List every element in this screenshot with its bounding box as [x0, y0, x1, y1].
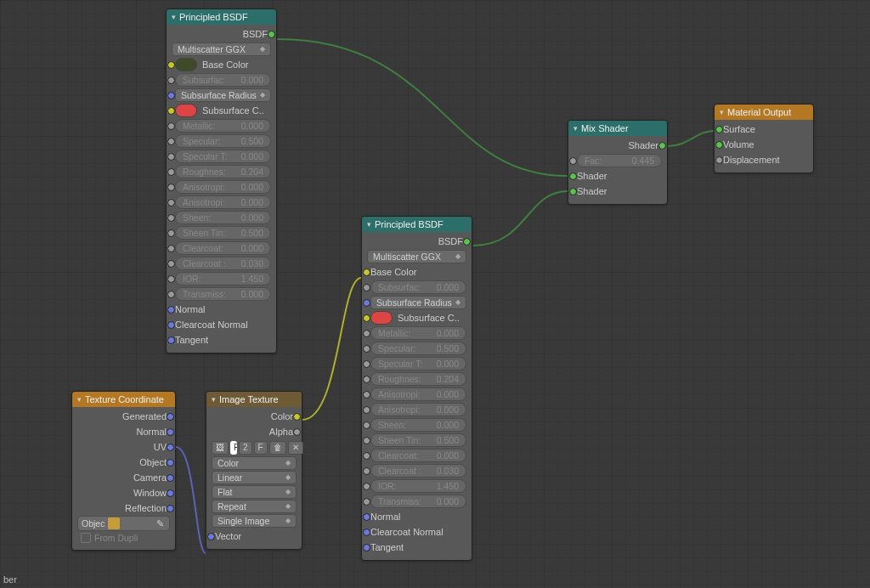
- socket-input[interactable]: [363, 483, 370, 490]
- input-row[interactable]: Subsurface C..: [367, 310, 466, 325]
- collapse-icon[interactable]: ▾: [720, 108, 724, 116]
- socket-input[interactable]: [167, 199, 175, 206]
- socket-input[interactable]: [363, 529, 370, 536]
- socket-input[interactable]: [167, 168, 175, 176]
- input-row[interactable]: Subsurface Radius◆: [172, 88, 271, 103]
- socket-input[interactable]: [167, 291, 175, 298]
- socket-displacement-in[interactable]: [715, 156, 723, 164]
- input-row[interactable]: Normal: [172, 302, 271, 317]
- value-slider[interactable]: Transmiss:0.000: [175, 287, 271, 301]
- value-slider[interactable]: Metallic:0.000: [370, 326, 466, 340]
- socket-shader2-in[interactable]: [569, 188, 577, 195]
- socket-input[interactable]: [363, 437, 370, 444]
- socket-input[interactable]: [363, 314, 370, 322]
- input-row[interactable]: Sheen Tin:0.500: [367, 433, 466, 448]
- socket-vector-out[interactable]: [167, 474, 174, 482]
- value-slider[interactable]: Anisotropi:0.000: [370, 387, 466, 401]
- value-slider[interactable]: Anisotropi:0.000: [370, 403, 466, 416]
- image-fake-user[interactable]: F: [254, 441, 268, 455]
- socket-input[interactable]: [167, 153, 175, 161]
- value-slider[interactable]: Roughnes:0.204: [370, 372, 466, 386]
- value-slider[interactable]: IOR:1.450: [370, 479, 466, 493]
- input-row[interactable]: Normal: [367, 509, 466, 524]
- value-slider[interactable]: Subsurfac:0.000: [175, 73, 271, 87]
- value-slider[interactable]: Specular T:0.000: [370, 357, 466, 370]
- input-row[interactable]: Specular T:0.000: [367, 356, 466, 371]
- socket-input[interactable]: [167, 321, 175, 329]
- socket-vector-out[interactable]: [167, 444, 174, 451]
- collapse-icon[interactable]: ▾: [367, 220, 371, 229]
- socket-shader-out[interactable]: [658, 142, 666, 150]
- input-row[interactable]: Subsurface Radius◆: [367, 295, 466, 310]
- socket-volume-in[interactable]: [715, 141, 723, 149]
- node-header[interactable]: ▾ Material Output: [715, 105, 813, 120]
- socket-input[interactable]: [167, 122, 175, 130]
- fac-slider[interactable]: Fac: 0.445: [577, 154, 662, 167]
- from-dupli-checkbox[interactable]: From Dupli: [77, 531, 170, 545]
- input-row[interactable]: Subsurface C..: [172, 103, 271, 118]
- input-row[interactable]: Metallic:0.000: [367, 325, 466, 341]
- unlink-icon[interactable]: 🗑: [269, 441, 286, 455]
- input-row[interactable]: IOR:1.450: [367, 478, 466, 494]
- socket-bsdf-out[interactable]: [463, 238, 471, 246]
- socket-vector-out[interactable]: [167, 428, 174, 436]
- socket-input[interactable]: [363, 544, 370, 551]
- socket-input[interactable]: [363, 284, 370, 291]
- color-swatch[interactable]: [175, 58, 197, 71]
- input-row[interactable]: Subsurfac:0.000: [367, 280, 466, 295]
- socket-input[interactable]: [363, 345, 370, 353]
- input-row[interactable]: Specular T:0.000: [172, 149, 271, 164]
- image-browse-icon[interactable]: 🖼: [212, 441, 229, 455]
- input-row[interactable]: IOR:1.450: [172, 271, 271, 286]
- value-slider[interactable]: Clearcoat :0.030: [370, 464, 466, 478]
- socket-input[interactable]: [167, 306, 175, 314]
- node-principled-bsdf-a[interactable]: ▾ Principled BSDF BSDF Multiscatter GGX◆…: [166, 8, 277, 353]
- socket-input[interactable]: [167, 275, 175, 283]
- socket-input[interactable]: [363, 513, 370, 521]
- socket-input[interactable]: [363, 299, 370, 307]
- collapse-icon[interactable]: ▾: [212, 395, 216, 404]
- image-name-field[interactable]: Pho: [230, 441, 237, 455]
- socket-bsdf-out[interactable]: [268, 31, 275, 38]
- socket-vector-in[interactable]: [207, 533, 215, 540]
- node-principled-bsdf-b[interactable]: ▾ Principled BSDF BSDF Multiscatter GGX◆…: [361, 216, 472, 561]
- collapse-icon[interactable]: ▾: [172, 13, 176, 21]
- node-header[interactable]: ▾ Principled BSDF: [167, 9, 276, 25]
- socket-color-out[interactable]: [293, 413, 301, 421]
- input-row[interactable]: Sheen:0.000: [172, 210, 271, 225]
- input-row[interactable]: Subsurfac:0.000: [172, 72, 271, 88]
- socket-vector-out[interactable]: [167, 505, 174, 512]
- value-slider[interactable]: Specular T:0.000: [175, 150, 271, 163]
- close-icon[interactable]: ✕: [288, 441, 303, 455]
- socket-input[interactable]: [363, 421, 370, 429]
- input-row[interactable]: Specular:0.500: [367, 341, 466, 356]
- value-slider[interactable]: Transmiss:0.000: [370, 495, 466, 508]
- imgtex-dropdown[interactable]: Linear◆: [212, 471, 297, 484]
- input-row[interactable]: Clearcoat :0.030: [172, 256, 271, 271]
- input-row[interactable]: Anisotropi:0.000: [172, 179, 271, 195]
- node-header[interactable]: ▾ Mix Shader: [568, 121, 667, 136]
- image-users[interactable]: 2: [239, 441, 252, 455]
- socket-input[interactable]: [363, 406, 370, 414]
- value-slider[interactable]: Anisotropi:0.000: [175, 195, 271, 209]
- value-slider[interactable]: Metallic:0.000: [175, 119, 271, 133]
- value-slider[interactable]: Sheen:0.000: [370, 418, 466, 432]
- vector-dropdown[interactable]: Subsurface Radius◆: [175, 88, 271, 102]
- image-datablock-row[interactable]: 🖼 Pho 2 F 🗑 ✕: [212, 440, 297, 455]
- input-row[interactable]: Specular:0.500: [172, 133, 271, 149]
- socket-input[interactable]: [363, 360, 370, 368]
- value-slider[interactable]: Clearcoat :0.030: [175, 257, 271, 270]
- input-row[interactable]: Clearcoat Normal: [172, 317, 271, 332]
- socket-input[interactable]: [167, 61, 175, 69]
- input-row[interactable]: Sheen:0.000: [367, 417, 466, 433]
- node-material-output[interactable]: ▾ Material Output Surface Volume Displac…: [714, 104, 814, 173]
- socket-alpha-out[interactable]: [293, 428, 301, 436]
- value-slider[interactable]: Specular:0.500: [370, 342, 466, 355]
- socket-input[interactable]: [167, 245, 175, 252]
- color-swatch[interactable]: [370, 311, 393, 325]
- input-row[interactable]: Transmiss:0.000: [367, 494, 466, 509]
- collapse-icon[interactable]: ▾: [573, 124, 578, 133]
- input-row[interactable]: Clearcoat :0.030: [367, 463, 466, 478]
- eyedropper-icon[interactable]: ✎: [154, 517, 166, 529]
- value-slider[interactable]: Sheen Tin:0.500: [175, 226, 271, 240]
